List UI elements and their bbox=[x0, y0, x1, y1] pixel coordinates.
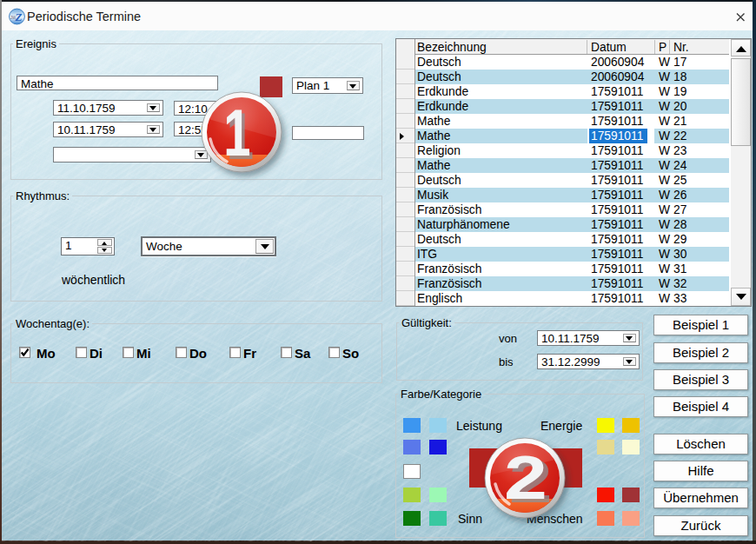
svg-text:1: 1 bbox=[223, 96, 250, 169]
svg-text:JW: JW bbox=[10, 16, 17, 20]
svg-text:2: 2 bbox=[504, 443, 547, 511]
